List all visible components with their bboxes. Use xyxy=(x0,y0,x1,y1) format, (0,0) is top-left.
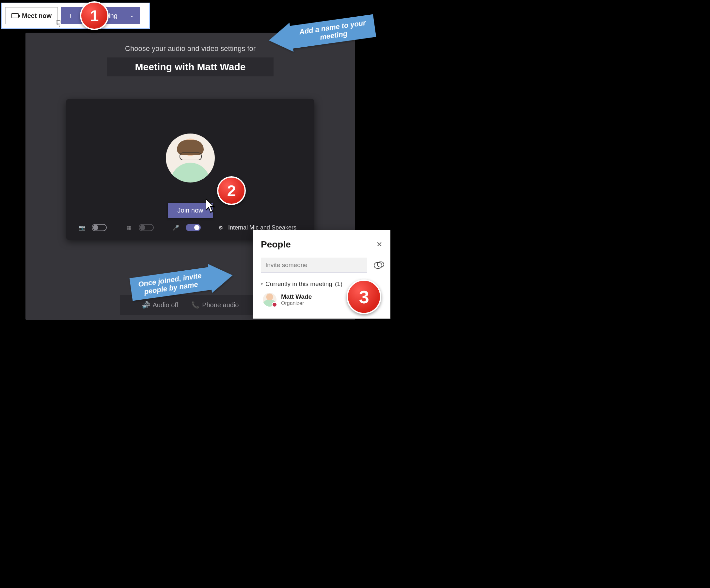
invite-someone-input[interactable] xyxy=(261,258,367,273)
user-avatar-large xyxy=(166,134,215,183)
audio-off-option[interactable]: 🔊 Audio off xyxy=(142,301,179,309)
device-settings-gear-icon[interactable]: ⚙ xyxy=(218,225,223,231)
people-panel-title: People xyxy=(261,239,291,250)
meet-now-label: Meet now xyxy=(22,12,52,20)
participant-role: Organizer xyxy=(281,300,312,306)
join-now-button[interactable]: Join now xyxy=(168,203,213,218)
phone-audio-option[interactable]: 📞 Phone audio xyxy=(191,301,239,309)
microphone-toggle[interactable] xyxy=(186,224,201,231)
new-meeting-dropdown[interactable]: ⌄ xyxy=(125,7,140,24)
step-badge-2: 2 xyxy=(217,176,246,205)
participant-avatar xyxy=(263,293,277,307)
camera-toggle[interactable] xyxy=(92,224,107,231)
step-badge-1: 1 xyxy=(80,1,109,30)
meeting-title-input[interactable]: Meeting with Matt Wade xyxy=(107,57,274,76)
teams-calendar-toolbar: Meet now ＋ New meet ing ⌄ xyxy=(1,3,150,29)
participant-name: Matt Wade xyxy=(281,293,312,300)
phone-icon: 📞 xyxy=(191,301,199,309)
microphone-icon: 🎤 xyxy=(171,225,181,231)
copy-join-link-icon[interactable] xyxy=(374,262,382,269)
close-people-panel-button[interactable]: ✕ xyxy=(376,240,382,249)
video-camera-icon xyxy=(11,13,19,18)
background-blur-icon: ▦ xyxy=(124,225,134,231)
chevron-down-icon: ⌄ xyxy=(130,13,134,18)
step-badge-3: 3 xyxy=(347,280,381,314)
camera-off-icon: 📷 xyxy=(77,225,87,231)
section-collapse-caret-icon: ▾ xyxy=(261,282,263,286)
meet-now-button[interactable]: Meet now xyxy=(5,7,58,24)
new-meeting-label-fragment: ing xyxy=(109,12,118,20)
video-preview-card: Join now 📷 ▦ 🎤 ⚙ Internal Mic and Speake… xyxy=(66,99,314,240)
plus-icon: ＋ xyxy=(67,11,74,21)
background-blur-toggle[interactable] xyxy=(139,224,154,231)
